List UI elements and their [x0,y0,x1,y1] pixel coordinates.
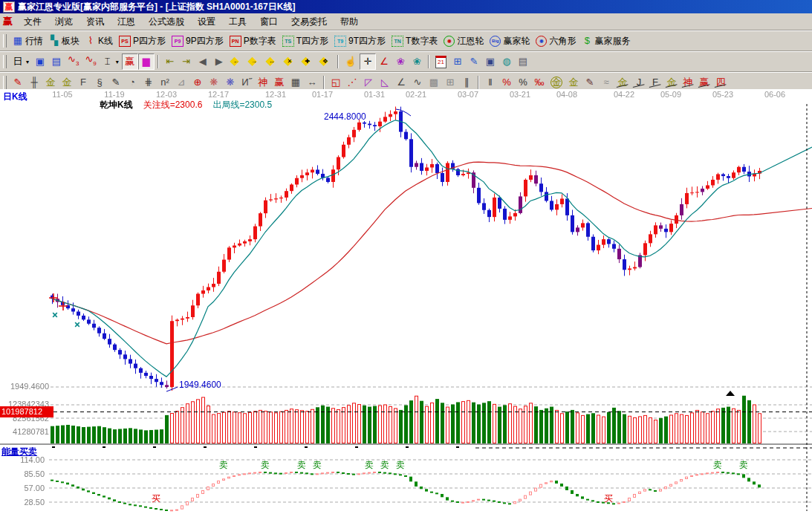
tool-price-channel[interactable]: ≈ [598,74,614,91]
toolbar-button-kline[interactable]: ⌇K线 [82,33,116,49]
tool-fan-square[interactable]: ◸ [360,74,377,91]
tool-candle-style[interactable]: ⌶▾ [100,53,122,70]
tool-win-angle[interactable]: 赢 [696,74,712,91]
tool-marker-pen[interactable]: ✎ [108,74,124,91]
tool-gann-fan[interactable]: ⋰ [344,74,360,91]
toolbar-button-t-number-table[interactable]: TNT数字表 [389,33,441,49]
tool-grid-scale[interactable]: ╫ [26,74,42,91]
tool-parallel-lines[interactable]: ∥ [458,74,475,91]
menu-browse[interactable]: 浏览 [48,15,79,28]
toolbar-button-t-square[interactable]: TST四方形 [279,33,331,49]
tool-target-circle[interactable]: ⊕ [189,74,206,91]
chart-canvas[interactable] [0,89,812,514]
menu-tools[interactable]: 工具 [222,15,253,28]
tool-gold-square[interactable]: 金 [42,74,59,91]
tool-gold-square-9[interactable]: 金 [59,74,75,91]
tool-prev-bar[interactable]: ◀ [195,53,211,70]
tool-web-red[interactable]: ❋ [206,74,222,91]
menu-gann[interactable]: 江恩 [111,15,142,28]
tool-zoom-all[interactable]: ◆✥ [316,53,334,70]
tool-grid-web-2[interactable]: ⊞ [442,74,458,91]
tool-percent-level[interactable]: ‰ [531,74,548,91]
toolbar-button-9p-square[interactable]: P99P四方形 [169,33,227,49]
tool-save-disk[interactable]: ▣ [482,53,498,70]
period-day-dropdown-arrow-icon[interactable]: ▾ [26,59,29,65]
tool-width-measure[interactable]: ↔ [304,74,320,91]
tool-zoom-h[interactable]: ◆↔ [263,53,281,70]
tool-box-select[interactable]: ◱ [328,74,344,91]
tool-price-ruler[interactable]: ▦ [288,74,304,91]
tool-win-mark[interactable]: 赢 [122,53,138,70]
tool-brush[interactable]: ✎ [582,74,598,91]
tool-zoom-right[interactable]: ◆→ [245,53,263,70]
toolbar-button-hexagon[interactable]: ◉六角形 [533,33,579,49]
tool-pen-compass[interactable]: ✎ [10,74,26,91]
tool-crosshair[interactable]: ✛ [360,53,376,70]
tool-zoom-left[interactable]: ◆← [227,53,245,70]
toolbar-button-9t-square[interactable]: T99T四方形 [331,33,389,49]
menu-help[interactable]: 帮助 [334,15,365,28]
tool-n-square[interactable]: n² [157,74,173,91]
tool-wave-9[interactable]: ∿9 [82,53,99,70]
tool-angle-measure[interactable]: ∠ [376,53,392,70]
toolbar-button-winner-wheel[interactable]: Big赢家轮 [487,33,533,49]
tool-j-angle[interactable]: J [631,74,647,91]
toolbar-grip[interactable] [3,55,7,68]
tool-calendar[interactable]: 21 [432,53,449,70]
tool-time-circle[interactable]: ◔ [124,74,140,91]
menu-formula-pick[interactable]: 公式选股 [142,15,191,28]
tool-f-angle[interactable]: F [647,74,663,91]
menu-trade[interactable]: 交易委托 [285,15,334,28]
tool-flower-purple[interactable]: ❀ [392,53,409,70]
toolbar-button-quotes[interactable]: ▦行情 [10,33,46,49]
tool-zoom-x[interactable]: ◆✕ [281,53,299,70]
tool-tick-ruler[interactable]: ⋕ [140,74,157,91]
tool-gold-angle[interactable]: 金 [663,74,680,91]
tool-zoom-plus[interactable]: ◆✚ [299,53,316,70]
tool-notepad[interactable]: ✎ [466,53,482,70]
toolbar-button-gann-wheel[interactable]: ◉江恩轮 [441,33,487,49]
tool-chart-window[interactable]: ▣ [32,53,48,70]
tool-gold-ray[interactable]: 金 [614,74,631,91]
menu-news[interactable]: 资讯 [79,15,111,28]
tool-spiral[interactable]: § [91,74,108,91]
tool-info-list[interactable]: ▤ [48,53,65,70]
menu-file[interactable]: 文件 [17,15,48,28]
candle-style-dropdown-arrow-icon[interactable]: ▾ [116,59,119,65]
tool-four-angle[interactable]: 四 [712,74,729,91]
tool-period-day[interactable]: 日▾ [10,53,32,70]
tool-k-quote[interactable]: И˝ [238,74,255,91]
tool-compare-bars[interactable]: ‖ [482,74,498,91]
tool-multi-angle[interactable]: ∠ [393,74,409,91]
menu-settings[interactable]: 设置 [191,15,222,28]
tool-mirror-angle[interactable]: ⊿ [173,74,189,91]
menu-window[interactable]: 窗口 [253,15,285,28]
tool-volume-profile[interactable]: ▆ [138,53,155,70]
tool-w-wave[interactable]: ∿ [409,74,426,91]
tool-percent-retrace[interactable]: % [498,74,515,91]
tool-last-page[interactable]: ⇥ [178,53,195,70]
tool-fan-square-dense[interactable]: ◺ [377,74,393,91]
tool-gold-circle[interactable]: 金 [548,74,565,91]
tool-web-blue[interactable]: ❋ [222,74,238,91]
toolbar-grip[interactable] [3,34,7,48]
tool-calculator[interactable]: ⊞ [449,53,466,70]
toolbar-button-p-square[interactable]: PSP四方形 [116,33,169,49]
tool-net-save[interactable]: ◍ [498,53,515,70]
toolbar-grip[interactable] [3,76,7,89]
tool-win-square[interactable]: 赢 [271,74,288,91]
tool-hand-drag[interactable]: ☝ [342,53,360,70]
toolbar-button-sectors[interactable]: ▚板块 [46,33,82,49]
tool-first-page[interactable]: ⇤ [162,53,178,70]
tool-wave-3[interactable]: ∿3 [65,53,82,70]
tool-flower-teal[interactable]: ❀ [409,53,425,70]
mdi-child-icon[interactable]: 赢 [0,15,17,28]
toolbar-button-winner-service[interactable]: $赢家服务 [579,33,633,49]
tool-next-bar[interactable]: ▶ [211,53,227,70]
tool-percent[interactable]: % [515,74,531,91]
tool-f-square[interactable]: F [75,74,91,91]
tool-god-square[interactable]: 神 [255,74,271,91]
tool-god-angle[interactable]: 神 [680,74,696,91]
tool-grid-web[interactable]: ▩ [426,74,442,91]
toolbar-button-p-number-table[interactable]: PNP数字表 [227,33,279,49]
